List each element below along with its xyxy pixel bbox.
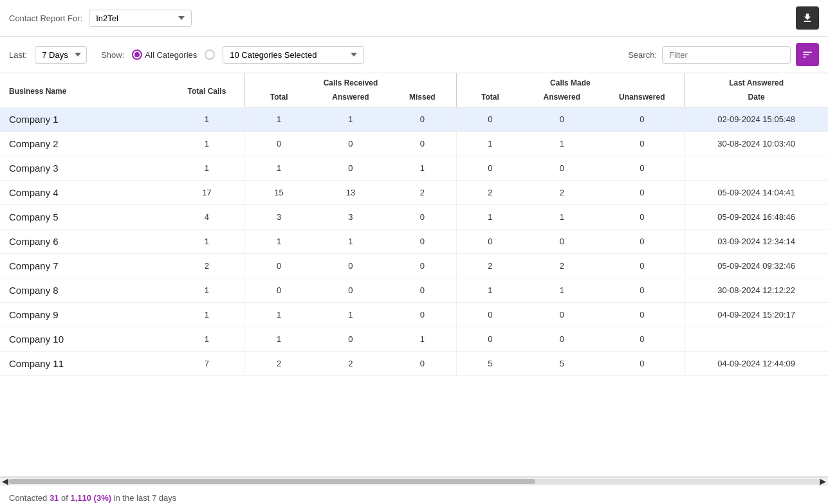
status-suffix: in the last 7 days [111,493,176,503]
table-row: Company 11722055004-09-2024 12:44:09 [0,351,828,375]
header-calls-made: Calls Made [456,73,685,90]
last-label: Last: [9,50,27,60]
header-rc-answered: Answered [313,90,389,107]
contact-report-dropdown[interactable]: In2Tel [89,10,192,27]
status-contacted: 31 [50,493,59,503]
status-separator: of [59,493,70,503]
search-section: Search: [628,43,819,66]
table-row: Company 31101000 [0,156,828,180]
header-rc-total: Total [245,90,313,107]
table-container: Business Name Total Calls Calls Received… [0,73,828,477]
filter-icon-button[interactable] [796,43,819,66]
table-row: Company 101101000 [0,327,828,351]
all-categories-radio[interactable]: All Categories [132,50,197,60]
header-rc-missed: Missed [389,90,456,107]
table-row: Company 8100011030-08-2024 12:12:22 [0,278,828,302]
table-row: Company 2100011030-08-2024 10:03:40 [0,131,828,156]
scrollbar-track[interactable] [9,479,819,484]
show-label: Show: [101,50,124,60]
search-label: Search: [628,50,657,60]
horizontal-scrollbar[interactable]: ◀ ▶ [0,477,828,485]
contact-report-section: Contact Report For: In2Tel [9,10,192,27]
header-la-date: Date [685,90,828,107]
status-bar: Contacted 31 of 1,110 (3%) in the last 7… [0,485,828,504]
export-button[interactable] [796,6,819,30]
categories-dropdown[interactable]: 10 Categories Selected [223,46,364,64]
table-row: Company 5433011005-09-2024 16:48:46 [0,204,828,229]
status-prefix: Contacted [9,493,50,503]
days-dropdown[interactable]: 7 Days [35,46,87,64]
search-input[interactable] [662,46,791,64]
all-categories-radio-circle[interactable] [132,50,142,60]
status-total: 1,110 [70,493,91,503]
header-total-calls: Total Calls [169,73,245,107]
table-row: Company 7200022005-09-2024 09:32:46 [0,253,828,278]
table-row: Company 1111000002-09-2024 15:05:48 [0,107,828,132]
table-row: Company 9111000004-09-2024 15:20:17 [0,302,828,327]
top-bar: Contact Report For: In2Tel [0,0,828,37]
table-row: Company 6111000003-09-2024 12:34:14 [0,229,828,253]
table-body: Company 1111000002-09-2024 15:05:48Compa… [0,107,828,376]
status-percent: (3%) [91,493,111,503]
all-categories-radio-dot [134,52,140,57]
scrollbar-thumb[interactable] [9,479,535,484]
header-cm-unanswered: Unanswered [600,90,684,107]
all-categories-label: All Categories [145,50,197,60]
header-cm-answered: Answered [524,90,600,107]
scroll-right-btn[interactable]: ▶ [819,476,827,486]
contact-report-label: Contact Report For: [9,14,82,23]
table-row: Company 4171513222005-09-2024 14:04:41 [0,180,828,204]
header-business-name: Business Name [0,73,169,107]
table-header-group: Business Name Total Calls Calls Received… [0,73,828,90]
categories-selected-radio[interactable] [205,50,215,60]
data-table: Business Name Total Calls Calls Received… [0,73,828,376]
header-last-answered: Last Answered [685,73,828,90]
header-cm-total: Total [456,90,524,107]
categories-selected-radio-circle[interactable] [205,50,215,60]
scroll-left-btn[interactable]: ◀ [1,476,9,486]
export-icon [802,12,813,24]
header-calls-received: Calls Received [245,73,456,90]
filter-icon [802,49,813,60]
filter-bar: Last: 7 Days Show: All Categories 10 Cat… [0,37,828,73]
